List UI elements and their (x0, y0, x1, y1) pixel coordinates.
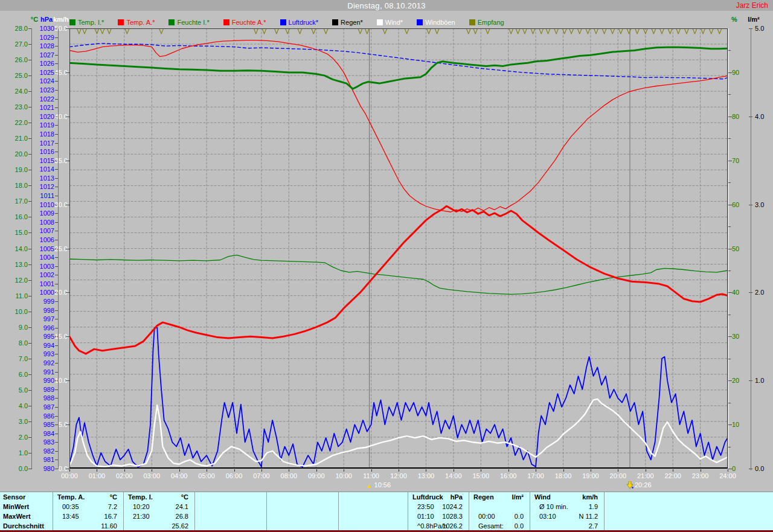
x-axis-label: 00:00 (61, 472, 78, 479)
axis-label-degC: 16.0 (2, 214, 28, 220)
table-group-unit: km/h (582, 492, 598, 502)
axis-label-hPa: 984 (29, 431, 54, 437)
table-cell-time: 03:10 (539, 511, 556, 521)
x-axis-label: 06:00 (226, 472, 243, 479)
x-axis-label: 20:00 (610, 472, 627, 479)
table-cell-value: 1.9 (589, 502, 598, 511)
axis-tick-pct (728, 161, 732, 161)
axis-tick-pct (728, 380, 732, 381)
axis-label-hPa: 1026 (29, 60, 54, 67)
marker-20:26: 20:26 (626, 481, 652, 489)
axis-label-hPa: 989 (29, 386, 54, 393)
axis-label-degC: 19.0 (2, 167, 28, 173)
x-axis-label: 07:00 (253, 472, 270, 479)
table-data-row (194, 521, 266, 531)
table-data-row: 25.62 (123, 521, 194, 531)
axis-label-lm2: 4.0 (755, 114, 764, 120)
axis-minor-tick-pct (728, 315, 731, 315)
axis-label-pct: 10 (732, 421, 739, 428)
x-axis-tick (454, 469, 454, 472)
axis-label-degC: 27.0 (2, 41, 28, 48)
table-group-unit: l/m² (512, 492, 524, 502)
legend-color-icon (168, 19, 175, 25)
axis-tick-pct (728, 249, 732, 249)
x-axis-tick (618, 469, 618, 472)
axis-tick-pct (728, 336, 732, 337)
axis-label-degC: 4.0 (2, 403, 28, 409)
table-data-row (194, 502, 266, 511)
table-cell-time: 10:20 (133, 502, 150, 511)
axis-tick-kmh (66, 425, 69, 425)
axis-header-lm2: l/m² (742, 16, 766, 23)
table-group-name: Temp. A. (57, 492, 85, 502)
axis-minor-tick-pct (728, 403, 731, 403)
axis-label-kmh: 25.0 (42, 246, 68, 252)
axis-tick-pct (728, 292, 732, 293)
table-group-unit: hPa (451, 492, 463, 502)
legend-item-empfang: Empfang (469, 19, 504, 26)
legend-color-icon (69, 19, 75, 25)
x-axis-label: 17:00 (527, 472, 544, 479)
axis-label-degC: 17.0 (2, 198, 28, 205)
axis-label-hPa: 1029 (29, 34, 54, 41)
axis-tick-kmh (66, 72, 69, 73)
table-row-label: MinWert (0, 502, 56, 511)
legend-item-tempi: Temp. I.* (69, 19, 104, 26)
degc-axis-line (31, 28, 32, 469)
axis-label-hPa: 1019 (29, 122, 54, 129)
axis-label-hPa: 997 (29, 316, 54, 322)
axis-tick-pct (728, 117, 732, 117)
table-row-label: Durchschnitt (0, 521, 56, 531)
table-group-header (194, 492, 266, 502)
x-axis-label: 19:00 (582, 472, 599, 479)
table-cell-time: 00:00 (478, 511, 495, 521)
table-cell-value: 25.62 (172, 521, 188, 531)
axis-minor-tick-pct (728, 271, 731, 271)
stats-table: SensorMinWertMaxWertDurchschnittTemp. A.… (0, 492, 773, 531)
x-axis-tick (261, 469, 262, 472)
table-cell-time: 21:30 (133, 511, 150, 521)
axis-label-lm2: 5.0 (755, 25, 764, 32)
x-axis-label: 03:00 (143, 472, 160, 479)
axis-label-kmh: 30.0 (42, 202, 68, 208)
table-group-unit: °C (181, 492, 188, 502)
axis-label-pct: 60 (732, 202, 739, 208)
table-data-row: 03:10N 11.2 (530, 511, 604, 521)
legend-item-windben: Windböen (417, 19, 455, 26)
x-axis-tick (371, 469, 372, 472)
legend-label: Temp. I.* (78, 19, 104, 26)
axis-label-degC: 0.0 (2, 466, 28, 472)
x-axis-tick (179, 469, 180, 472)
x-axis-tick (399, 469, 399, 472)
legend-color-icon (118, 19, 124, 25)
legend-label: Feuchte A.* (232, 19, 266, 26)
axis-label-kmh: 0.0 (42, 466, 68, 472)
axis-minor-tick-pct (728, 138, 731, 139)
table-data-row: 21:3026.8 (123, 511, 194, 521)
axis-label-degC: 3.0 (2, 418, 28, 425)
axis-tick-kmh (66, 380, 69, 381)
axis-label-hPa: 986 (29, 413, 54, 420)
axis-label-degC: 14.0 (2, 246, 28, 252)
x-axis-tick (701, 469, 701, 472)
x-axis-tick (97, 469, 97, 472)
legend-color-icon (469, 19, 475, 25)
axis-label-hPa: 996 (29, 325, 54, 332)
axis-label-hPa: 1004 (29, 254, 54, 261)
x-axis-tick (124, 469, 125, 472)
axis-label-hPa: 987 (29, 404, 54, 411)
table-data-row: 13:4516.7 (53, 511, 123, 521)
axis-label-pct: 70 (732, 158, 739, 164)
axis-label-hPa: 1007 (29, 228, 54, 234)
axis-label-hPa: 1003 (29, 263, 54, 270)
axis-label-hPa: 1014 (29, 166, 54, 173)
table-group-header: Windkm/h (530, 492, 604, 502)
x-axis-tick (207, 469, 207, 472)
table-cell-value: N 11.2 (579, 511, 598, 521)
axis-label-lm2: 0.0 (755, 466, 764, 472)
axis-label-hPa: 999 (29, 298, 54, 305)
legend-color-icon (377, 19, 383, 25)
table-data-row: Gesamt:0.0 (469, 521, 530, 531)
axis-label-lm2: 2.0 (755, 289, 764, 296)
axis-label-degC: 8.0 (2, 340, 28, 347)
